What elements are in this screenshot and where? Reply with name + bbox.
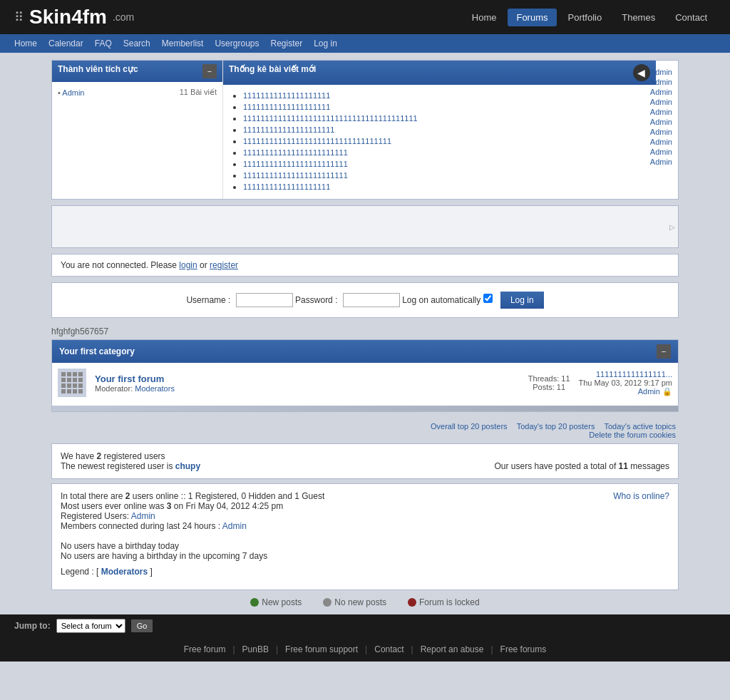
sec-nav-usergroups[interactable]: Usergroups bbox=[215, 38, 259, 48]
posts-list-area: Thống kê bài viết mới ◀ 1111111111111111… bbox=[229, 66, 650, 193]
jump-go-btn[interactable]: Go bbox=[131, 619, 153, 632]
sec-nav-home[interactable]: Home bbox=[14, 38, 37, 48]
post-link-1[interactable]: 11111111111111111111 bbox=[243, 91, 330, 100]
nav-home[interactable]: Home bbox=[463, 9, 505, 26]
members-24h-text: Members connected during last 24 hours :… bbox=[61, 521, 669, 531]
last-poster-link[interactable]: Admin bbox=[638, 387, 660, 396]
recent-posts-header: Thống kê bài viết mới ◀ bbox=[223, 61, 656, 85]
member-link-admin[interactable]: Admin bbox=[62, 88, 84, 97]
post-item: 1111111111111111111111111111111111 bbox=[243, 136, 650, 146]
auto-login-checkbox[interactable] bbox=[483, 294, 493, 303]
username-input[interactable] bbox=[236, 293, 293, 307]
register-link[interactable]: register bbox=[210, 260, 238, 270]
recent-posts-nav-btn[interactable]: ◀ bbox=[633, 64, 650, 81]
forum-stats: Threads: 11 Posts: 11 bbox=[528, 374, 570, 391]
sec-nav-login[interactable]: Log in bbox=[314, 38, 337, 48]
category-collapse-btn[interactable]: − bbox=[657, 344, 671, 359]
footer-contact[interactable]: Contact bbox=[374, 644, 403, 654]
registered-label: We have 2 registered users bbox=[61, 451, 165, 461]
registered-users-link[interactable]: Admin bbox=[131, 511, 155, 521]
author-link-3[interactable]: Admin bbox=[650, 88, 672, 96]
online-header: In total there are 2 users online :: 1 R… bbox=[61, 491, 669, 501]
footer-report-abuse[interactable]: Report an abuse bbox=[421, 644, 484, 654]
main-content: Thành viên tích cực − • Admin 11 Bài viế… bbox=[44, 60, 686, 607]
stats-links: Overall top 20 posters Today's top 20 po… bbox=[51, 418, 679, 443]
post-link-6[interactable]: 111111111111111111111111 bbox=[243, 148, 348, 157]
category-box: Your first category − bbox=[51, 339, 679, 412]
forum-icon-dots bbox=[61, 372, 83, 393]
post-link-5[interactable]: 1111111111111111111111111111111111 bbox=[243, 137, 391, 145]
active-topics-link[interactable]: Today's active topics bbox=[604, 422, 676, 431]
author-link-2[interactable]: Admin bbox=[650, 78, 672, 86]
nav-contact[interactable]: Contact bbox=[667, 9, 716, 26]
moderator-link[interactable]: Moderators bbox=[135, 384, 175, 393]
author-link-7[interactable]: Admin bbox=[650, 128, 672, 136]
author-link-6[interactable]: Admin bbox=[650, 118, 672, 126]
no-new-posts-dot bbox=[323, 598, 331, 607]
nav-themes[interactable]: Themes bbox=[613, 9, 664, 26]
recent-posts-col: Thống kê bài viết mới ◀ 1111111111111111… bbox=[223, 61, 678, 199]
total-messages-count: 11 bbox=[619, 461, 628, 471]
sec-nav-register[interactable]: Register bbox=[270, 38, 302, 48]
newest-user-link[interactable]: chupy bbox=[175, 461, 200, 471]
sec-nav-memberlist[interactable]: Memberlist bbox=[162, 38, 204, 48]
login-or-text: or bbox=[200, 260, 210, 270]
footer-free-forum[interactable]: Free forum bbox=[184, 644, 226, 654]
post-link-4[interactable]: 111111111111111111111 bbox=[243, 125, 334, 134]
forum-name-link[interactable]: Your first forum bbox=[95, 374, 164, 384]
active-members-collapse-btn[interactable]: − bbox=[202, 64, 217, 78]
username-label: Username : bbox=[186, 295, 230, 305]
moderator-label: Moderator: bbox=[95, 384, 133, 393]
overall-top-link[interactable]: Overall top 20 posters bbox=[431, 422, 508, 431]
legend-forum-locked: Forum is locked bbox=[408, 597, 480, 607]
nav-forums[interactable]: Forums bbox=[508, 9, 556, 26]
top-nav: Home Forums Portfolio Themes Contact bbox=[463, 9, 716, 26]
post-item: 111111111111111111111111 bbox=[243, 148, 650, 158]
post-link-9[interactable]: 11111111111111111111 bbox=[243, 182, 330, 191]
jump-area: Jump to: Select a forum Go bbox=[0, 614, 730, 637]
footer-punbb[interactable]: PunBB bbox=[242, 644, 269, 654]
member-posts-count: 11 Bài viết bbox=[180, 88, 217, 97]
post-link-2[interactable]: 11111111111111111111 bbox=[243, 103, 330, 111]
post-item: 11111111111111111111 bbox=[243, 182, 650, 192]
site-logo: Skin4fm bbox=[29, 6, 107, 29]
jump-select[interactable]: Select a forum bbox=[56, 619, 125, 633]
footer-free-forums[interactable]: Free forums bbox=[500, 644, 547, 654]
moderators-legend-link[interactable]: Moderators bbox=[101, 567, 148, 577]
post-link-8[interactable]: 111111111111111111111111 bbox=[243, 171, 348, 180]
login-button[interactable]: Log in bbox=[500, 292, 544, 309]
sec-nav: Home Calendar FAQ Search Memberlist User… bbox=[0, 34, 730, 53]
login-link[interactable]: login bbox=[179, 260, 197, 270]
post-link-3[interactable]: 1111111111111111111111111111111111111111 bbox=[243, 114, 418, 123]
author-link-9[interactable]: Admin bbox=[650, 148, 672, 156]
author-link-8[interactable]: Admin bbox=[650, 138, 672, 146]
author-link-10[interactable]: Admin bbox=[650, 158, 672, 166]
members-24h-link[interactable]: Admin bbox=[222, 521, 247, 531]
total-posts-label: Our users have posted a total of 11 mess… bbox=[495, 461, 670, 471]
post-legend: New posts No new posts Forum is locked bbox=[51, 597, 679, 607]
forum-posts: Posts: 11 bbox=[528, 383, 570, 391]
delete-cookies-link[interactable]: Delete the forum cookies bbox=[589, 431, 676, 439]
post-item: 11111111111111111111 bbox=[243, 91, 650, 101]
sec-nav-calendar[interactable]: Calendar bbox=[48, 38, 83, 48]
sec-nav-search[interactable]: Search bbox=[123, 38, 150, 48]
active-members-col: Thành viên tích cực − • Admin 11 Bài viế… bbox=[52, 61, 223, 199]
jump-label: Jump to: bbox=[14, 621, 51, 631]
post-link-7[interactable]: 111111111111111111111111 bbox=[243, 160, 348, 168]
scroll-indicator bbox=[52, 406, 678, 411]
author-link-1[interactable]: Admin bbox=[650, 68, 672, 76]
online-stats: In total there are 2 users online :: 1 R… bbox=[51, 483, 679, 590]
author-link-5[interactable]: Admin bbox=[650, 108, 672, 116]
password-input[interactable] bbox=[343, 293, 400, 307]
last-post-link[interactable]: 1111111111111111... bbox=[596, 370, 672, 379]
sec-nav-faq[interactable]: FAQ bbox=[95, 38, 112, 48]
active-members-header: Thành viên tích cực − bbox=[52, 61, 222, 82]
upcoming-birthday-text: No users are having a birthday in the up… bbox=[61, 551, 669, 561]
author-link-4[interactable]: Admin bbox=[650, 98, 672, 106]
online-total: 2 bbox=[125, 491, 130, 501]
member-item: • Admin 11 Bài viết bbox=[58, 88, 217, 97]
footer-free-forum-support[interactable]: Free forum support bbox=[285, 644, 358, 654]
nav-portfolio[interactable]: Portfolio bbox=[560, 9, 611, 26]
today-top-link[interactable]: Today's top 20 posters bbox=[517, 422, 595, 431]
who-online-link[interactable]: Who is online? bbox=[613, 491, 669, 501]
